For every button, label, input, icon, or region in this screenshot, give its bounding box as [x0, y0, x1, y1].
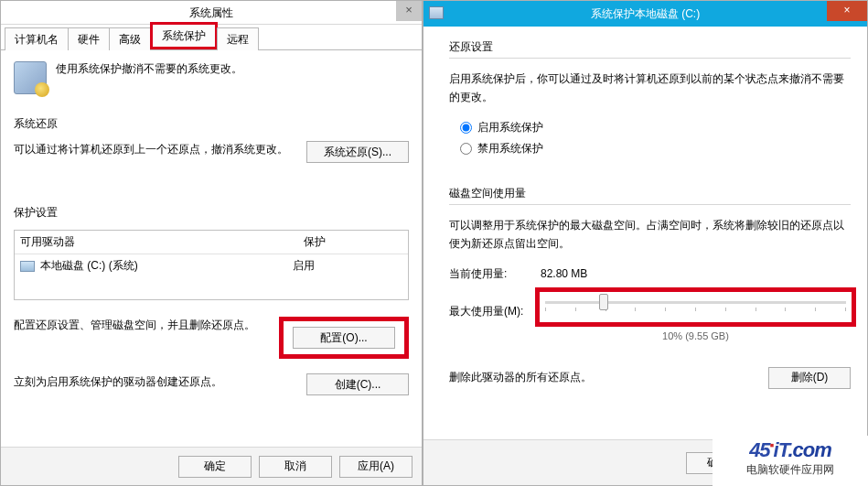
- configure-description: 配置还原设置、管理磁盘空间，并且删除还原点。: [14, 317, 268, 334]
- delete-description: 删除此驱动器的所有还原点。: [449, 370, 768, 385]
- tab-system-protection[interactable]: 系统保护: [150, 22, 218, 49]
- create-description: 立刻为启用系统保护的驱动器创建还原点。: [14, 373, 295, 391]
- tabs-bar: 计算机名 硬件 高级 系统保护 远程: [1, 25, 422, 50]
- slider-highlight: [535, 287, 856, 327]
- column-drive: 可用驱动器: [15, 231, 298, 254]
- enable-protection-input[interactable]: [460, 122, 472, 134]
- drive-list: 可用驱动器 保护 本地磁盘 (C:) (系统) 启用: [14, 230, 409, 300]
- slider-thumb-icon[interactable]: [599, 294, 608, 310]
- drive-protection: 启用: [293, 258, 402, 274]
- restore-description: 可以通过将计算机还原到上一个还原点，撤消系统更改。: [14, 141, 295, 158]
- dialog-body: 使用系统保护撤消不需要的系统更改。 系统还原 可以通过将计算机还原到上一个还原点…: [1, 50, 422, 416]
- watermark-subtitle: 电脑软硬件应用网: [716, 462, 864, 478]
- current-usage-label: 当前使用量:: [449, 266, 541, 282]
- tab-computer-name[interactable]: 计算机名: [5, 27, 69, 50]
- dialog-title: 系统保护本地磁盘 (C:): [591, 7, 700, 20]
- max-usage-label: 最大使用量(M):: [449, 287, 541, 319]
- configure-highlight: 配置(O)...: [279, 317, 409, 359]
- section-restore-settings: 还原设置: [449, 39, 851, 59]
- section-protect-label: 保护设置: [14, 205, 409, 221]
- system-restore-button[interactable]: 系统还原(S)...: [306, 141, 409, 163]
- disable-protection-input[interactable]: [460, 143, 472, 155]
- section-disk-usage: 磁盘空间使用量: [449, 186, 851, 205]
- cancel-button[interactable]: 取消: [259, 456, 332, 478]
- ok-button[interactable]: 确定: [178, 456, 252, 478]
- system-protection-drive-dialog: 系统保护本地磁盘 (C:) × 还原设置 启用系统保护后，你可以通过及时将计算机…: [423, 0, 868, 486]
- dialog-body: 还原设置 启用系统保护后，你可以通过及时将计算机还原到以前的某个状态点来撤消不需…: [423, 27, 867, 394]
- system-properties-dialog: 系统属性 × 计算机名 硬件 高级 系统保护 远程 使用系统保护撤消不需要的系统…: [0, 0, 423, 486]
- close-icon[interactable]: ×: [827, 1, 867, 21]
- disable-protection-label: 禁用系统保护: [477, 141, 543, 157]
- restore-settings-description: 启用系统保护后，你可以通过及时将计算机还原到以前的某个状态点来撤消不需要的更改。: [449, 70, 851, 107]
- dialog-title: 系统属性: [189, 6, 233, 19]
- max-usage-slider-container: 10% (9.55 GB): [541, 287, 851, 341]
- shield-description: 使用系统保护撤消不需要的系统更改。: [56, 61, 242, 94]
- delete-button[interactable]: 删除(D): [768, 367, 851, 389]
- drive-icon: [429, 6, 444, 19]
- drive-icon: [20, 261, 35, 272]
- disk-usage-description: 可以调整用于系统保护的最大磁盘空间。占满空间时，系统将删除较旧的还原点以便为新还…: [449, 216, 851, 254]
- watermark-logo: 45▪iT.com: [716, 437, 864, 462]
- footer: 确定 取消 应用(A): [1, 447, 422, 485]
- create-button[interactable]: 创建(C)...: [306, 373, 409, 395]
- section-restore-label: 系统还原: [14, 116, 409, 132]
- slider-ticks: [545, 308, 846, 311]
- titlebar: 系统保护本地磁盘 (C:) ×: [423, 1, 867, 27]
- drive-row[interactable]: 本地磁盘 (C:) (系统) 启用: [15, 254, 408, 277]
- tab-advanced[interactable]: 高级: [109, 27, 151, 50]
- disable-protection-radio[interactable]: 禁用系统保护: [460, 141, 851, 157]
- enable-protection-label: 启用系统保护: [477, 120, 543, 135]
- shield-icon: [14, 61, 47, 94]
- max-usage-slider[interactable]: [545, 301, 846, 304]
- drive-name: 本地磁盘 (C:) (系统): [40, 258, 293, 274]
- column-protection: 保护: [298, 231, 408, 254]
- enable-protection-radio[interactable]: 启用系统保护: [460, 120, 851, 135]
- apply-button[interactable]: 应用(A): [339, 456, 413, 478]
- watermark: 45▪iT.com 电脑软硬件应用网: [713, 436, 868, 486]
- configure-button[interactable]: 配置(O)...: [293, 327, 395, 349]
- tab-remote[interactable]: 远程: [217, 27, 259, 50]
- tab-hardware[interactable]: 硬件: [68, 27, 110, 50]
- close-icon[interactable]: ×: [396, 1, 422, 21]
- current-usage-value: 82.80 MB: [541, 267, 587, 280]
- max-usage-value: 10% (9.55 GB): [541, 330, 851, 341]
